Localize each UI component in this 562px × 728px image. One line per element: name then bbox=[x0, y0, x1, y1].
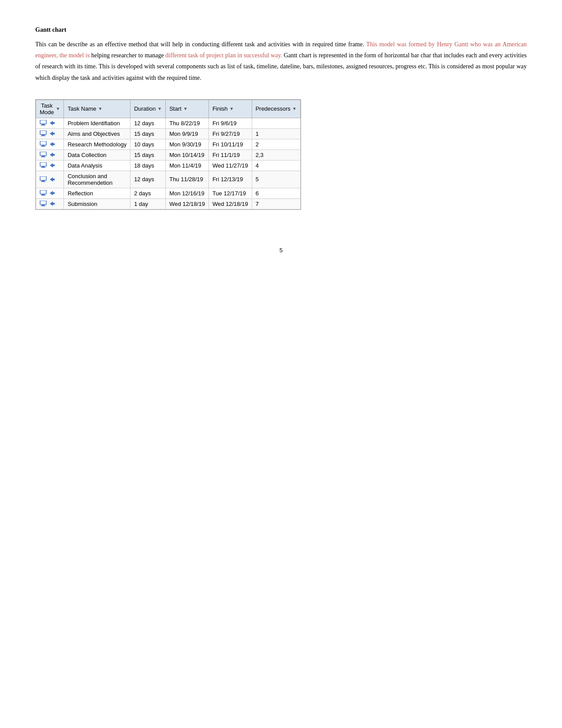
task-mode-cell bbox=[36, 128, 64, 139]
finish-cell: Wed 12/18/19 bbox=[208, 198, 252, 209]
start-cell: Wed 12/18/19 bbox=[166, 198, 209, 209]
start-cell: Mon 11/4/19 bbox=[166, 160, 209, 171]
task-name-cell: Data Analysis bbox=[64, 160, 130, 171]
start-cell: Mon 10/14/19 bbox=[166, 149, 209, 160]
table-row: Research Methodology10 daysMon 9/30/19Fr… bbox=[36, 139, 301, 149]
col-start[interactable]: Start ▼ bbox=[166, 100, 209, 118]
svg-marker-3 bbox=[50, 121, 55, 125]
svg-rect-6 bbox=[41, 135, 45, 136]
table-row: Aims and Objectives15 daysMon 9/9/19Fri … bbox=[36, 128, 301, 139]
col-finish[interactable]: Finish ▼ bbox=[208, 100, 252, 118]
task-mode-cell bbox=[36, 188, 64, 198]
col-task-mode-sort-icon: ▼ bbox=[56, 106, 60, 111]
duration-cell: 15 days bbox=[130, 128, 166, 139]
start-cell: Mon 9/30/19 bbox=[166, 139, 209, 149]
task-icon-monitor bbox=[40, 176, 48, 183]
svg-rect-17 bbox=[42, 166, 45, 167]
svg-rect-10 bbox=[41, 146, 45, 147]
predecessors-cell: 4 bbox=[252, 160, 300, 171]
task-icon-monitor bbox=[40, 141, 48, 147]
svg-marker-19 bbox=[50, 163, 55, 168]
svg-marker-23 bbox=[50, 177, 55, 182]
table-header-row: TaskMode ▼ Task Name ▼ Duration ▼ bbox=[36, 100, 301, 118]
task-mode-cell bbox=[36, 171, 64, 188]
col-duration-sort-icon: ▼ bbox=[157, 106, 162, 111]
duration-cell: 10 days bbox=[130, 139, 166, 149]
svg-rect-4 bbox=[40, 131, 46, 134]
task-name-cell: Reflection bbox=[64, 188, 130, 198]
finish-cell: Fri 9/6/19 bbox=[208, 118, 252, 128]
col-task-mode-label: TaskMode bbox=[40, 102, 54, 116]
svg-rect-5 bbox=[42, 134, 45, 135]
col-predecessors-sort-icon: ▼ bbox=[292, 106, 297, 111]
task-name-cell: Submission bbox=[64, 198, 130, 209]
duration-cell: 12 days bbox=[130, 118, 166, 128]
task-name-cell: Conclusion andRecommendetion bbox=[64, 171, 130, 188]
section-title: Gantt chart bbox=[35, 26, 527, 34]
table-row: Problem Identifiation12 daysThu 8/22/19F… bbox=[36, 118, 301, 128]
svg-rect-12 bbox=[40, 152, 46, 156]
table-row: Data Analysis18 daysMon 11/4/19Wed 11/27… bbox=[36, 160, 301, 171]
svg-rect-18 bbox=[41, 167, 45, 168]
col-task-name-label: Task Name bbox=[67, 105, 96, 112]
task-icon-monitor bbox=[40, 131, 48, 137]
start-cell: Mon 12/16/19 bbox=[166, 188, 209, 198]
col-start-sort-icon: ▼ bbox=[183, 106, 188, 111]
col-duration[interactable]: Duration ▼ bbox=[130, 100, 166, 118]
task-icon-arrow bbox=[49, 176, 55, 183]
task-mode-cell bbox=[36, 118, 64, 128]
task-icon-arrow bbox=[49, 201, 55, 207]
col-predecessors[interactable]: Predecessors ▼ bbox=[252, 100, 300, 118]
table-container: TaskMode ▼ Task Name ▼ Duration ▼ bbox=[35, 99, 301, 210]
task-name-cell: Research Methodology bbox=[64, 139, 130, 149]
table-row: Conclusion andRecommendetion12 daysThu 1… bbox=[36, 171, 301, 188]
predecessors-cell: 6 bbox=[252, 188, 300, 198]
svg-rect-14 bbox=[41, 157, 45, 157]
task-icon-arrow bbox=[49, 120, 55, 126]
table-row: Reflection2 daysMon 12/16/19Tue 12/17/19… bbox=[36, 188, 301, 198]
task-icon-monitor bbox=[40, 162, 48, 168]
task-icon-arrow bbox=[49, 152, 55, 158]
start-cell: Thu 8/22/19 bbox=[166, 118, 209, 128]
paragraph-text-black2: helping researcher to manage bbox=[91, 52, 164, 59]
start-cell: Thu 11/28/19 bbox=[166, 171, 209, 188]
svg-rect-25 bbox=[42, 194, 45, 195]
task-mode-cell bbox=[36, 139, 64, 149]
predecessors-cell: 5 bbox=[252, 171, 300, 188]
svg-rect-2 bbox=[41, 125, 45, 126]
page-number: 5 bbox=[35, 247, 527, 254]
paragraph-text-orange2: different task of project plan in succes… bbox=[165, 52, 282, 59]
svg-rect-1 bbox=[42, 124, 45, 125]
gantt-table: TaskMode ▼ Task Name ▼ Duration ▼ bbox=[36, 100, 301, 209]
task-icon-monitor bbox=[40, 190, 48, 196]
duration-cell: 2 days bbox=[130, 188, 166, 198]
finish-cell: Wed 11/27/19 bbox=[208, 160, 252, 171]
svg-rect-24 bbox=[40, 190, 46, 194]
task-mode-cell bbox=[36, 198, 64, 209]
svg-rect-9 bbox=[42, 145, 45, 146]
task-mode-cell bbox=[36, 160, 64, 171]
predecessors-cell bbox=[252, 118, 300, 128]
svg-marker-15 bbox=[50, 153, 55, 157]
task-icon-arrow bbox=[49, 162, 55, 168]
svg-marker-11 bbox=[50, 142, 55, 146]
table-row: Submission1 dayWed 12/18/19Wed 12/18/197 bbox=[36, 198, 301, 209]
paragraph-text-black1: This can be describe as an effective met… bbox=[35, 41, 364, 48]
svg-marker-31 bbox=[50, 202, 55, 206]
svg-rect-13 bbox=[42, 156, 45, 157]
start-cell: Mon 9/9/19 bbox=[166, 128, 209, 139]
col-finish-label: Finish bbox=[212, 105, 228, 112]
svg-rect-21 bbox=[42, 180, 45, 181]
duration-cell: 15 days bbox=[130, 149, 166, 160]
svg-marker-7 bbox=[50, 131, 55, 136]
col-task-name[interactable]: Task Name ▼ bbox=[64, 100, 130, 118]
col-task-mode[interactable]: TaskMode ▼ bbox=[36, 100, 64, 118]
table-row: Data Collection15 daysMon 10/14/19Fri 11… bbox=[36, 149, 301, 160]
task-name-cell: Problem Identifiation bbox=[64, 118, 130, 128]
task-name-cell: Aims and Objectives bbox=[64, 128, 130, 139]
task-icon-monitor bbox=[40, 152, 48, 158]
col-duration-label: Duration bbox=[134, 105, 156, 112]
svg-rect-16 bbox=[40, 162, 46, 166]
svg-rect-20 bbox=[40, 176, 46, 180]
predecessors-cell: 2,3 bbox=[252, 149, 300, 160]
